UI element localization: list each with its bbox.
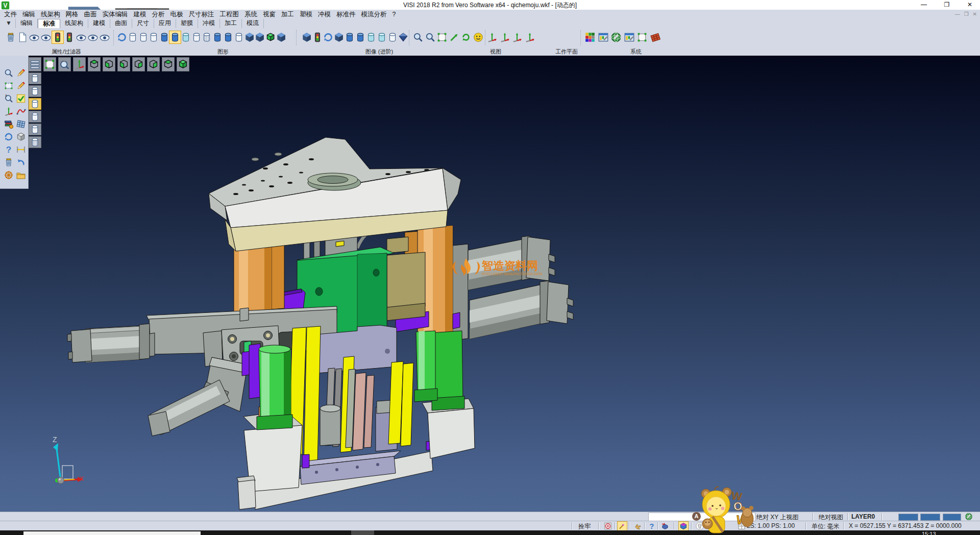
cube-shaded-icon[interactable] <box>16 132 26 142</box>
check-cylinder-icon[interactable] <box>365 31 377 43</box>
cube-bottom-icon[interactable] <box>103 57 115 71</box>
refresh-rotate-icon[interactable] <box>4 132 14 142</box>
rotate-view-icon[interactable] <box>460 31 472 43</box>
erase-pencil-icon[interactable] <box>16 68 26 78</box>
filter-traffic-refresh-icon[interactable] <box>64 31 75 43</box>
cylinder-wire-1-icon[interactable] <box>127 31 138 43</box>
diamond-view-icon[interactable] <box>398 31 409 43</box>
menu-分析[interactable]: 分析 <box>152 10 165 19</box>
menu-编辑[interactable]: 编辑 <box>22 10 35 19</box>
render-4-icon[interactable] <box>276 31 287 43</box>
menu-系统[interactable]: 系统 <box>244 10 257 19</box>
globe-tools-icon[interactable] <box>610 31 622 43</box>
cylinder-group-icon[interactable] <box>212 31 223 43</box>
refresh-solid-icon[interactable] <box>116 31 128 43</box>
cylinder-copy-icon[interactable] <box>223 31 234 43</box>
menu-加工[interactable]: 加工 <box>281 10 294 19</box>
solid-refresh-icon[interactable] <box>323 31 334 43</box>
tab-dropdown[interactable]: ▼ <box>2 19 16 28</box>
cylinder-4-icon[interactable] <box>29 111 41 123</box>
help-question-icon[interactable] <box>4 144 14 155</box>
menu-线架构[interactable]: 线架构 <box>41 10 60 19</box>
solid-plus-minus-icon[interactable] <box>333 31 345 43</box>
attribute-page-icon[interactable] <box>17 31 28 43</box>
record-camera-icon[interactable] <box>603 522 612 530</box>
tab-建模[interactable]: 建模 <box>88 19 110 28</box>
image-settings-icon[interactable] <box>598 31 609 43</box>
menu-网格[interactable]: 网格 <box>66 10 79 19</box>
hide-remove-eye-icon[interactable] <box>40 31 52 43</box>
cylinder-transparent-icon[interactable] <box>180 31 191 43</box>
smiley-view-icon[interactable] <box>473 31 484 43</box>
menu-视窗[interactable]: 视窗 <box>263 10 276 19</box>
tab-编辑[interactable]: 编辑 <box>16 19 38 28</box>
eye-add-icon[interactable] <box>87 31 99 43</box>
tab-应用[interactable]: 应用 <box>154 19 176 28</box>
menu-标准件[interactable]: 标准件 <box>336 10 356 19</box>
zoom-scale-icon[interactable] <box>4 93 14 104</box>
workplane-axes-3-icon[interactable] <box>511 31 523 43</box>
axes-origin-icon[interactable] <box>73 57 86 71</box>
cube-iso-icon[interactable] <box>177 57 189 71</box>
tab-模流[interactable]: 模流 <box>242 19 264 28</box>
workplane-axes-2-icon[interactable] <box>499 31 510 43</box>
shaded-cylinder-icon[interactable] <box>344 31 355 43</box>
wire-cylinder-icon[interactable] <box>387 31 398 43</box>
grid-select-icon[interactable] <box>636 31 648 43</box>
menu-建模[interactable]: 建模 <box>134 10 146 19</box>
hand-pick-icon[interactable] <box>633 522 642 530</box>
cylinder-3-selected-icon[interactable] <box>29 98 41 110</box>
cube-back-icon[interactable] <box>162 57 175 71</box>
eye-remove-icon[interactable] <box>99 31 110 43</box>
copy-cylinder-icon[interactable] <box>376 31 387 43</box>
arrow-extend-icon[interactable] <box>449 31 460 43</box>
selection-rectangle-icon[interactable] <box>4 81 14 91</box>
zoom-fly-icon[interactable] <box>58 57 71 71</box>
measure-distance-icon[interactable] <box>16 144 26 155</box>
menu-塑模[interactable]: 塑模 <box>300 10 312 19</box>
mdi-restore-icon[interactable]: ❐ <box>964 11 969 17</box>
viewport-3d[interactable]: Z X 智造资料网 INTELLIGENT MANUFACTURING DATA <box>0 56 980 512</box>
render-1-icon[interactable] <box>244 31 255 43</box>
menu-工程图[interactable]: 工程图 <box>220 10 239 19</box>
tab-塑膜[interactable]: 塑膜 <box>176 19 198 28</box>
open-folder-icon[interactable] <box>16 170 26 180</box>
menu-曲面[interactable]: 曲面 <box>84 10 97 19</box>
mdi-minimize-icon[interactable]: — <box>955 11 960 17</box>
menu-电极[interactable]: 电极 <box>170 10 183 19</box>
help-blue-icon[interactable] <box>647 522 656 530</box>
cylinder-5-icon[interactable] <box>29 124 41 135</box>
cylinder-wire-3-icon[interactable] <box>148 31 159 43</box>
cylinder-1-icon[interactable] <box>29 72 41 84</box>
tab-曲面[interactable]: 曲面 <box>110 19 132 28</box>
menu-模流分析[interactable]: 模流分析 <box>361 10 387 19</box>
magic-wand-icon[interactable] <box>618 522 627 530</box>
restore-button[interactable]: ❐ <box>939 1 954 8</box>
filter-traffic-light-icon[interactable] <box>52 31 63 43</box>
cube-left-icon[interactable] <box>117 57 130 71</box>
mdi-window-controls[interactable]: —❐✕ <box>955 11 977 17</box>
color-palette-grid-icon[interactable] <box>584 31 596 43</box>
zoom-view-icon[interactable] <box>4 68 14 78</box>
units-label[interactable]: 单位: 毫米 <box>812 522 840 531</box>
solid-add-icon[interactable] <box>301 31 312 43</box>
menu-实体编辑[interactable]: 实体编辑 <box>103 10 128 19</box>
tab-尺寸[interactable]: 尺寸 <box>132 19 154 28</box>
mdi-close-icon[interactable]: ✕ <box>973 11 977 17</box>
zoom-window-icon[interactable] <box>425 31 436 43</box>
close-button[interactable]: ✕ <box>962 1 977 8</box>
cylinder-wire-2-icon[interactable] <box>138 31 149 43</box>
cylinder-white-icon[interactable] <box>191 31 202 43</box>
layer-label[interactable]: LAYER0 <box>851 513 875 520</box>
panel-tools-icon[interactable] <box>624 31 635 43</box>
cylinder-2-icon[interactable] <box>29 85 41 97</box>
tab-冲模[interactable]: 冲模 <box>198 19 220 28</box>
cube-front-icon[interactable] <box>147 57 160 71</box>
taskbar-item[interactable] <box>23 531 201 535</box>
solid-traffic-icon[interactable] <box>312 31 323 43</box>
frame-fit-icon[interactable] <box>436 31 448 43</box>
sketch-pencil-icon[interactable] <box>16 81 26 91</box>
undo-arrow-icon[interactable] <box>16 157 26 167</box>
render-2-icon[interactable] <box>254 31 265 43</box>
cylinder-striped-icon[interactable] <box>29 136 41 148</box>
